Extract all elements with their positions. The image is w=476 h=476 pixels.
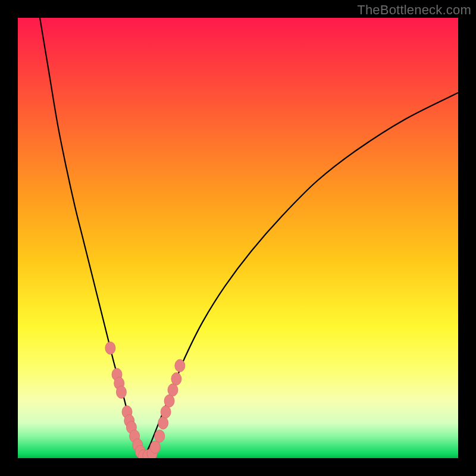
highlight-dot [150,441,160,453]
highlight-dot [175,359,185,372]
highlight-dot [171,372,181,385]
chart-svg [18,18,458,458]
highlight-dots-group [105,342,185,459]
highlight-dot [168,384,178,396]
highlight-dot [105,342,115,355]
highlight-dot [158,416,168,429]
highlight-dot [116,386,126,399]
highlight-dot [161,406,171,418]
highlight-dot [164,394,174,407]
highlight-dot [155,430,165,443]
chart-frame: TheBottleneck.com [0,0,476,476]
curve-right-branch [143,93,458,458]
plot-area [18,18,458,458]
curve-left-branch [40,18,143,458]
watermark-text: TheBottleneck.com [357,2,471,18]
